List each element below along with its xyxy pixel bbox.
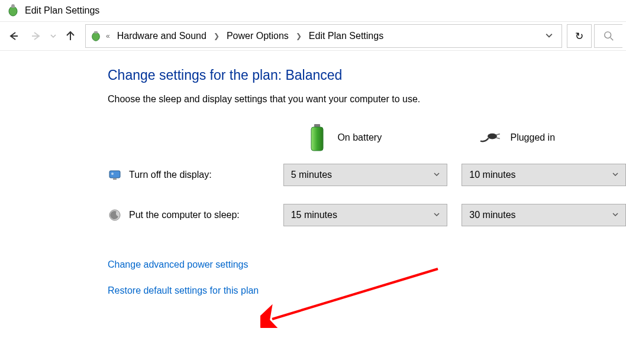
sleep-plugged-dropdown[interactable]: 30 minutes	[462, 204, 626, 226]
svg-rect-1	[11, 5, 15, 8]
breadcrumb-prefix: «	[105, 32, 111, 40]
breadcrumb-power-options[interactable]: Power Options	[223, 28, 292, 44]
window-title: Edit Plan Settings	[25, 5, 99, 16]
svg-line-14	[496, 134, 500, 135]
svg-rect-16	[109, 171, 120, 178]
search-box[interactable]	[594, 24, 622, 48]
chevron-down-icon	[434, 171, 440, 179]
power-plan-icon	[6, 4, 20, 18]
sleep-icon	[108, 208, 122, 222]
breadcrumb-edit-plan-settings[interactable]: Edit Plan Settings	[305, 28, 387, 44]
address-bar[interactable]: « Hardware and Sound ❯ Power Options ❯ E…	[85, 24, 562, 48]
on-battery-label: On battery	[337, 132, 382, 143]
svg-line-10	[610, 38, 613, 40]
svg-line-15	[496, 138, 500, 139]
svg-point-13	[488, 134, 497, 139]
forward-button[interactable]	[26, 26, 46, 46]
search-icon	[604, 31, 614, 41]
sleep-row-label: Put the computer to sleep:	[129, 210, 240, 220]
chevron-right-icon: ❯	[212, 32, 221, 40]
svg-point-18	[111, 173, 114, 175]
svg-rect-17	[113, 178, 117, 180]
restore-default-settings-link[interactable]: Restore default settings for this plan	[108, 285, 626, 296]
page-heading: Change settings for the plan: Balanced	[108, 67, 626, 83]
breadcrumb-hardware-sound[interactable]: Hardware and Sound	[114, 28, 210, 44]
svg-point-9	[604, 32, 611, 38]
plugged-in-label: Plugged in	[510, 132, 555, 143]
svg-rect-8	[94, 31, 97, 34]
chevron-down-icon	[612, 171, 618, 179]
plug-icon	[478, 122, 502, 153]
up-button[interactable]	[60, 26, 80, 46]
power-plan-icon	[89, 30, 102, 43]
back-button[interactable]	[4, 26, 24, 46]
svg-rect-11	[314, 124, 320, 127]
display-battery-dropdown[interactable]: 5 minutes	[283, 164, 448, 186]
svg-point-7	[92, 32, 100, 41]
svg-rect-3	[14, 4, 15, 6]
change-advanced-power-settings-link[interactable]: Change advanced power settings	[108, 259, 626, 270]
chevron-right-icon: ❯	[295, 32, 303, 40]
display-icon	[108, 168, 122, 182]
display-plugged-dropdown[interactable]: 10 minutes	[462, 164, 626, 186]
svg-rect-12	[311, 127, 323, 151]
svg-rect-2	[12, 4, 13, 6]
svg-point-0	[9, 6, 17, 16]
chevron-down-icon	[434, 211, 440, 219]
chevron-down-icon	[612, 211, 618, 219]
recent-locations-button[interactable]	[49, 26, 58, 46]
sleep-battery-dropdown[interactable]: 15 minutes	[283, 204, 448, 226]
address-dropdown-button[interactable]	[540, 31, 558, 41]
display-row-label: Turn off the display:	[129, 170, 212, 180]
battery-icon	[305, 122, 329, 153]
page-subtitle: Choose the sleep and display settings th…	[108, 94, 626, 105]
refresh-button[interactable]: ↻	[567, 24, 592, 48]
